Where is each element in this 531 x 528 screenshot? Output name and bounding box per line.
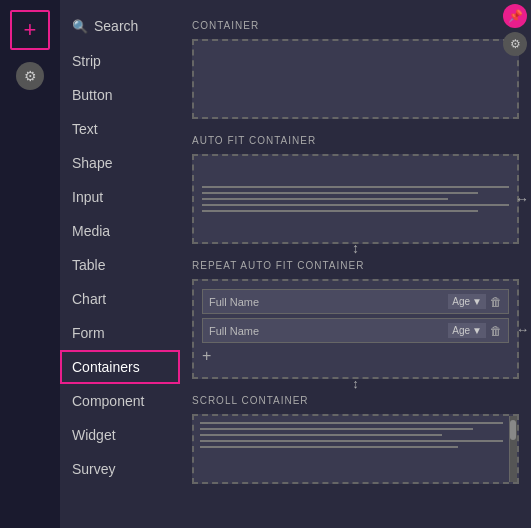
form-label: Form (72, 325, 105, 341)
scroll-line-2 (200, 428, 473, 430)
auto-fit-section-title: AUTO FIT CONTAINER (192, 135, 519, 146)
expand-right-icon: ↔ (515, 191, 529, 207)
text-label: Text (72, 121, 98, 137)
scroll-thumb[interactable] (510, 420, 516, 440)
sidebar-item-shape[interactable]: Shape (60, 146, 180, 180)
expand-down-icon: ↕ (352, 240, 359, 256)
sidebar-item-widget[interactable]: Widget (60, 418, 180, 452)
repeat-auto-fit-section: REPEAT AUTO FIT CONTAINER Full Name Age … (192, 260, 519, 379)
container-section: CONTAINER (192, 20, 519, 119)
scroll-line-3 (200, 434, 442, 436)
line-1 (202, 186, 509, 188)
sidebar-item-survey[interactable]: Survey (60, 452, 180, 486)
dropdown-icon-2: ▼ (472, 325, 482, 336)
auto-fit-section: AUTO FIT CONTAINER ↔ ↕ (192, 135, 519, 244)
scroll-bar[interactable] (509, 416, 517, 482)
scroll-container-section: SCROLL CONTAINER (192, 395, 519, 484)
line-5 (202, 210, 478, 212)
repeat-auto-fit-section-title: REPEAT AUTO FIT CONTAINER (192, 260, 519, 271)
button-label: Button (72, 87, 112, 103)
media-label: Media (72, 223, 110, 239)
add-button[interactable]: + (10, 10, 50, 50)
repeat-row-1: Full Name Age ▼ 🗑 (202, 289, 509, 314)
settings-button-right[interactable]: ⚙ (503, 32, 527, 56)
repeat-auto-fit-container-preview[interactable]: Full Name Age ▼ 🗑 Full Name Age ▼ 🗑 + ↔ … (192, 279, 519, 379)
repeat-expand-right-icon: ↔ (516, 322, 529, 337)
auto-fit-container-preview[interactable]: ↔ ↕ (192, 154, 519, 244)
containers-label: Containers (72, 359, 140, 375)
sidebar-item-text[interactable]: Text (60, 112, 180, 146)
component-label: Component (72, 393, 144, 409)
search-icon: 🔍 (72, 19, 88, 34)
nav-panel: 🔍 Search Strip Button Text Shape Input M… (60, 0, 180, 528)
trash-icon-1: 🗑 (490, 295, 502, 309)
sidebar-item-input[interactable]: Input (60, 180, 180, 214)
row-2-age: Age ▼ (448, 323, 486, 338)
chart-label: Chart (72, 291, 106, 307)
sidebar-item-containers[interactable]: Containers (60, 350, 180, 384)
dropdown-icon-1: ▼ (472, 296, 482, 307)
sidebar-item-component[interactable]: Component (60, 384, 180, 418)
scroll-container-section-title: SCROLL CONTAINER (192, 395, 519, 406)
gear-icon-left: ⚙ (24, 68, 37, 84)
pin-button[interactable]: 📌 (503, 4, 527, 28)
scroll-line-4 (200, 440, 503, 442)
sidebar-item-chart[interactable]: Chart (60, 282, 180, 316)
input-label: Input (72, 189, 103, 205)
content-panel: 📌 ⚙ CONTAINER AUTO FIT CONTAINER ↔ ↕ REP… (180, 0, 531, 528)
table-label: Table (72, 257, 105, 273)
scroll-line-1 (200, 422, 503, 424)
sidebar-item-media[interactable]: Media (60, 214, 180, 248)
line-2 (202, 192, 478, 194)
sidebar-item-strip[interactable]: Strip (60, 44, 180, 78)
row-1-age: Age ▼ (448, 294, 486, 309)
scroll-line-5 (200, 446, 458, 448)
left-panel: + ⚙ (0, 0, 60, 528)
line-3 (202, 198, 448, 200)
line-4 (202, 204, 509, 206)
scroll-container-preview[interactable] (192, 414, 519, 484)
widget-label: Widget (72, 427, 116, 443)
float-buttons: 📌 ⚙ (499, 0, 531, 60)
scroll-content (194, 416, 517, 454)
row-2-field: Full Name (209, 325, 444, 337)
plus-icon: + (24, 17, 37, 43)
repeat-expand-down-icon: ↕ (352, 376, 359, 391)
pin-icon: 📌 (508, 9, 523, 23)
sidebar-item-button[interactable]: Button (60, 78, 180, 112)
strip-label: Strip (72, 53, 101, 69)
row-1-field: Full Name (209, 296, 444, 308)
settings-button-left[interactable]: ⚙ (16, 62, 44, 90)
sidebar-item-form[interactable]: Form (60, 316, 180, 350)
container-section-title: CONTAINER (192, 20, 519, 31)
survey-label: Survey (72, 461, 116, 477)
search-label: Search (94, 18, 138, 34)
sidebar-item-table[interactable]: Table (60, 248, 180, 282)
trash-icon-2: 🗑 (490, 324, 502, 338)
container-preview[interactable] (192, 39, 519, 119)
search-item[interactable]: 🔍 Search (60, 8, 180, 44)
repeat-plus-button[interactable]: + (202, 347, 509, 365)
shape-label: Shape (72, 155, 112, 171)
gear-icon-right: ⚙ (510, 37, 521, 51)
repeat-row-2: Full Name Age ▼ 🗑 (202, 318, 509, 343)
